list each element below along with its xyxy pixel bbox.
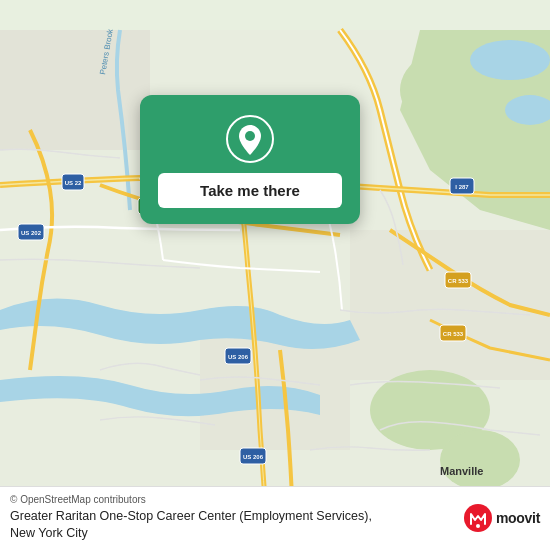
map-container: US 22 S 22 I 287 US 202 NJ 28 US 206 US … bbox=[0, 0, 550, 550]
svg-point-10 bbox=[440, 430, 520, 490]
svg-text:US 202: US 202 bbox=[21, 230, 42, 236]
svg-point-34 bbox=[245, 131, 255, 141]
location-name: Greater Raritan One-Stop Career Center (… bbox=[10, 508, 400, 542]
svg-text:I 287: I 287 bbox=[455, 184, 469, 190]
moovit-icon bbox=[464, 504, 492, 532]
bottom-left-info: © OpenStreetMap contributors Greater Rar… bbox=[10, 494, 400, 542]
svg-text:US 22: US 22 bbox=[65, 180, 82, 186]
svg-text:US 206: US 206 bbox=[243, 454, 264, 460]
svg-point-7 bbox=[470, 40, 550, 80]
map-popup: Take me there bbox=[140, 95, 360, 224]
moovit-brand-name: moovit bbox=[496, 510, 540, 526]
svg-point-36 bbox=[476, 524, 480, 528]
moovit-logo: moovit bbox=[464, 504, 540, 532]
svg-text:Manville: Manville bbox=[440, 465, 483, 477]
svg-rect-4 bbox=[0, 30, 150, 150]
svg-rect-5 bbox=[350, 230, 550, 380]
take-me-there-button[interactable]: Take me there bbox=[158, 173, 342, 208]
svg-text:CR 533: CR 533 bbox=[443, 331, 464, 337]
svg-text:CR 533: CR 533 bbox=[448, 278, 469, 284]
bottom-bar: © OpenStreetMap contributors Greater Rar… bbox=[0, 486, 550, 550]
svg-text:US 206: US 206 bbox=[228, 354, 249, 360]
map-attribution: © OpenStreetMap contributors bbox=[10, 494, 400, 505]
location-pin-icon bbox=[226, 115, 274, 163]
